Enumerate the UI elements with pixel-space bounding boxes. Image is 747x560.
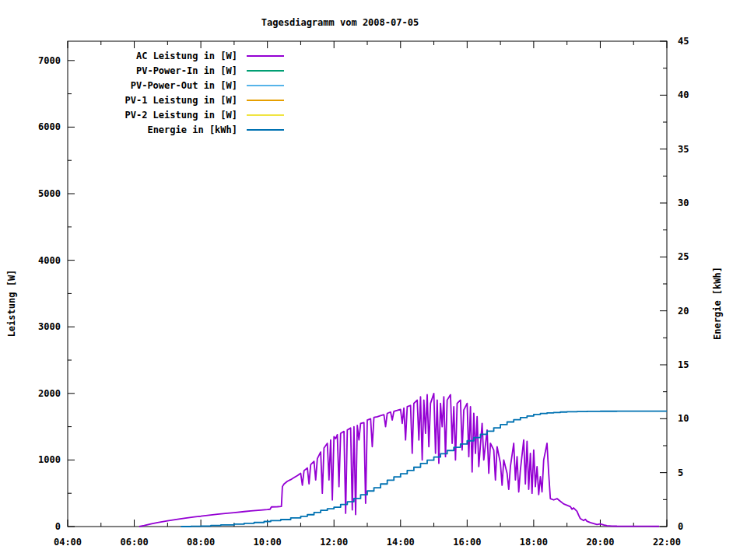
x-tick-label: 16:00 [453,537,481,548]
left-y-tick-label: 3000 [38,321,61,332]
right-y-tick-label: 45 [678,36,689,47]
x-tick-label: 14:00 [387,537,415,548]
x-tick-label: 10:00 [254,537,282,548]
plot-area: 04:0006:0008:0010:0012:0014:0016:0018:00… [0,0,747,560]
x-tick-label: 08:00 [187,537,215,548]
left-y-tick-label: 6000 [38,121,61,132]
right-y-tick-label: 20 [678,306,689,317]
right-y-tick-label: 10 [678,413,689,424]
left-y-tick-label: 0 [55,521,61,532]
left-y-tick-label: 5000 [38,188,61,199]
right-y-tick-label: 35 [678,144,689,155]
left-y-tick-label: 2000 [38,388,61,399]
x-tick-label: 12:00 [320,537,348,548]
right-y-tick-label: 0 [678,521,683,532]
x-tick-label: 22:00 [653,537,681,548]
x-tick-label: 20:00 [586,537,614,548]
series-line-1 [181,411,667,527]
series-line-0 [139,394,659,527]
right-y-tick-label: 30 [678,198,689,208]
left-y-tick-label: 4000 [38,255,61,266]
chart-page: Tagesdiagramm vom 2008-07-05 Leistung [W… [0,0,747,560]
right-y-tick-label: 40 [678,89,689,100]
right-y-tick-label: 5 [678,467,683,478]
right-y-tick-label: 25 [678,251,689,262]
x-tick-label: 18:00 [520,537,548,548]
left-y-tick-label: 7000 [38,55,61,66]
right-y-tick-label: 15 [678,359,689,370]
x-tick-label: 06:00 [120,537,148,548]
x-tick-label: 04:00 [54,537,82,548]
left-y-tick-label: 1000 [38,454,61,465]
